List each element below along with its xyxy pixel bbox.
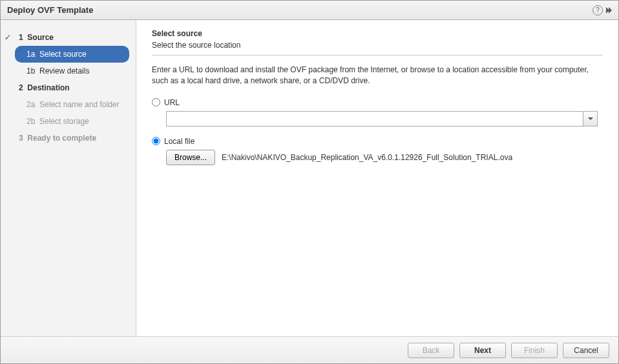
sidebar-item-label: 1 Source [19,33,54,42]
sidebar-item-label: 1b Review details [26,66,89,76]
localfile-radio[interactable] [152,137,160,145]
file-row: Browse... E:\Nakivo\NAKIVO_Backup_Replic… [166,150,603,165]
content-description: Enter a URL to download and install the … [152,65,603,86]
window-title: Deploy OVF Template [7,5,93,15]
localfile-radio-label: Local file [164,137,194,146]
body: ✓ 1 Source 1a Select source 1b Review de… [1,20,618,336]
sidebar-item-label: 2b Select storage [26,117,89,126]
finish-button: Finish [511,343,558,358]
localfile-option-row: Local file [152,137,603,146]
sidebar-item-label: 3 Ready to complete [19,134,96,143]
content-subtitle: Select the source location [152,41,603,50]
sidebar-item-select-storage: 2b Select storage [1,113,136,130]
browse-button[interactable]: Browse... [166,150,215,165]
back-button: Back [408,343,454,358]
cancel-button[interactable]: Cancel [563,343,609,358]
chevron-down-icon [588,117,593,120]
sidebar-item-ready-complete: 3 Ready to complete [1,130,136,147]
deploy-ovf-window: Deploy OVF Template ? ✓ 1 Source 1a Sele… [0,0,619,364]
sidebar-item-label: 1a Select source [26,50,87,59]
content-title: Select source [152,29,603,38]
sidebar-item-review-details[interactable]: 1b Review details [1,63,136,79]
collapse-icon[interactable] [607,7,612,14]
next-button[interactable]: Next [459,343,506,358]
sidebar-item-select-source[interactable]: 1a Select source [15,46,129,63]
sidebar-item-label: 2 Destination [19,83,70,92]
url-radio-label: URL [164,98,180,107]
url-combobox [166,111,598,126]
content-header: Select source Select the source location [152,29,603,56]
url-option-row: URL [152,98,603,107]
sidebar-item-destination[interactable]: 2 Destination [1,79,136,96]
url-radio[interactable] [152,98,160,106]
titlebar: Deploy OVF Template ? [1,1,618,20]
titlebar-controls: ? [593,5,612,15]
wizard-sidebar: ✓ 1 Source 1a Select source 1b Review de… [1,20,136,336]
url-input[interactable] [166,111,583,126]
footer: Back Next Finish Cancel [1,336,618,363]
help-icon[interactable]: ? [593,5,603,15]
content-pane: Select source Select the source location… [136,20,618,336]
url-dropdown-button[interactable] [583,111,598,126]
sidebar-item-select-name-folder: 2a Select name and folder [1,96,136,113]
check-icon: ✓ [5,33,11,42]
file-path-text: E:\Nakivo\NAKIVO_Backup_Replication_VA_v… [222,153,512,162]
sidebar-item-source[interactable]: ✓ 1 Source [1,29,136,46]
sidebar-item-label: 2a Select name and folder [26,100,119,109]
